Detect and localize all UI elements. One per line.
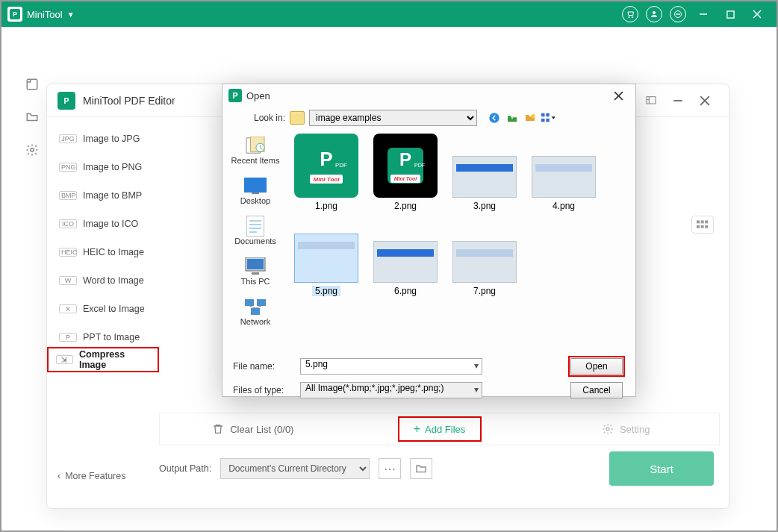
file-tile-2[interactable]: PPDFMini Tool2.png	[372, 134, 439, 211]
svg-point-7	[678, 14, 679, 15]
sidebar-item-label: Image to BMP	[83, 190, 142, 201]
svg-point-26	[606, 428, 609, 431]
file-tile-7[interactable]: 7.png	[451, 219, 518, 296]
view-mode-toggle[interactable]	[691, 216, 714, 234]
svg-rect-50	[251, 308, 260, 315]
cancel-button[interactable]: Cancel	[570, 382, 623, 398]
more-features-button[interactable]: ‹ More Features	[57, 471, 125, 481]
rail-settings-icon[interactable]	[24, 142, 40, 158]
svg-point-30	[531, 114, 535, 118]
editor-logo-icon: P	[57, 92, 75, 110]
cart-button[interactable]	[620, 4, 641, 25]
view-menu-icon[interactable]	[541, 111, 555, 125]
svg-rect-20	[697, 220, 700, 223]
open-button[interactable]: Open	[570, 358, 623, 375]
sidebar-item-image-to-ico[interactable]: ICOImage to ICO	[52, 210, 171, 238]
places-recent-items[interactable]: Recent Items	[222, 135, 288, 165]
folder-icon	[290, 111, 305, 125]
svg-point-14	[31, 148, 34, 152]
gear-icon	[602, 423, 614, 435]
new-folder-icon[interactable]	[523, 111, 537, 125]
clear-list-button[interactable]: Clear List (0/0)	[160, 413, 346, 445]
file-tile-6[interactable]: 6.png	[372, 219, 439, 296]
svg-text:Mini Tool: Mini Tool	[394, 176, 418, 181]
output-row: Output Path: Document's Current Director…	[159, 451, 714, 486]
maximize-button[interactable]	[717, 1, 744, 27]
file-tile-3[interactable]: 3.png	[451, 134, 518, 211]
look-in-row: Look in: image examples	[222, 107, 635, 129]
sidebar-item-word-to-image[interactable]: WWord to Image	[52, 266, 171, 295]
sidebar-item-label: HEIC to Image	[83, 247, 144, 257]
dialog-close-button[interactable]	[607, 84, 629, 107]
clear-list-label: Clear List (0/0)	[230, 424, 293, 435]
svg-rect-24	[701, 225, 704, 228]
file-tile-1[interactable]: PPDFMini Tool1.png	[293, 134, 360, 211]
sidebar-item-heic-to-image[interactable]: HEICHEIC to Image	[52, 238, 171, 266]
file-type-label: Files of type:	[233, 385, 293, 395]
places-this-pc[interactable]: This PC	[222, 256, 288, 286]
svg-rect-40	[246, 216, 264, 237]
svg-rect-31	[541, 113, 545, 117]
feedback-button[interactable]	[667, 4, 688, 25]
file-tile-5[interactable]: 5.png	[293, 219, 360, 296]
look-in-select[interactable]: image examples	[309, 110, 477, 126]
svg-rect-22	[705, 220, 708, 223]
sidebar-item-image-to-jpg[interactable]: JPGImage to JPG	[52, 125, 171, 153]
rail-folder-icon[interactable]	[24, 109, 40, 125]
places-documents[interactable]: Documents	[222, 216, 288, 245]
action-bar: Clear List (0/0) + Add Files Setting	[159, 413, 720, 445]
back-icon[interactable]	[488, 111, 501, 125]
app-name: MiniTool	[27, 9, 63, 20]
sidebar-item-label: PPT to Image	[83, 332, 140, 342]
svg-text:P: P	[64, 97, 69, 105]
file-name-input[interactable]: 5.png	[300, 358, 482, 375]
trash-icon	[212, 423, 224, 435]
dialog-places-sidebar: Recent Items Desktop Documents This PC N…	[222, 129, 288, 353]
file-tile-4[interactable]: 4.png	[530, 134, 597, 211]
sidebar-item-label: Word to Image	[83, 275, 144, 286]
chevron-left-icon: ‹	[57, 471, 60, 481]
up-one-level-icon[interactable]	[505, 111, 519, 125]
svg-point-29	[489, 113, 499, 122]
editor-close-button[interactable]	[691, 87, 718, 114]
setting-button[interactable]: Setting	[532, 413, 719, 445]
open-button-highlight: Open	[568, 356, 625, 377]
svg-point-8	[679, 14, 680, 15]
sidebar-item-excel-to-image[interactable]: XExcel to Image	[52, 295, 171, 323]
places-network[interactable]: Network	[222, 296, 288, 326]
more-features-label: More Features	[65, 471, 125, 481]
editor-extra-icon[interactable]	[638, 87, 665, 114]
sidebar-item-image-to-bmp[interactable]: BMPImage to BMP	[52, 181, 171, 210]
start-button[interactable]: Start	[609, 451, 714, 486]
sidebar-item-image-to-png[interactable]: PNGImage to PNG	[52, 153, 171, 181]
sidebar-list: JPGImage to JPG PNGImage to PNG BMPImage…	[52, 125, 171, 351]
svg-rect-33	[541, 119, 545, 122]
svg-line-51	[249, 306, 255, 308]
svg-rect-13	[27, 79, 37, 90]
dialog-bottom: File name: 5.png Open Files of type: All…	[222, 353, 635, 411]
dialog-titlebar: P Open	[222, 84, 635, 107]
start-label: Start	[650, 463, 673, 475]
more-options-button[interactable]: ⋯	[379, 458, 401, 479]
main-titlebar: P MiniTool ▼	[1, 1, 777, 27]
app-logo-icon: P	[7, 7, 22, 22]
add-files-button[interactable]: + Add Files	[398, 416, 482, 442]
account-button[interactable]	[644, 4, 665, 25]
close-button[interactable]	[744, 1, 771, 27]
editor-minimize-button[interactable]	[665, 87, 691, 114]
svg-point-4	[653, 11, 656, 14]
svg-text:PDF: PDF	[414, 163, 425, 168]
browse-folder-button[interactable]	[410, 458, 432, 479]
app-menu-chevron-icon[interactable]: ▼	[67, 10, 75, 19]
places-desktop[interactable]: Desktop	[222, 175, 288, 205]
svg-text:Mini Tool: Mini Tool	[314, 176, 340, 183]
look-in-label: Look in:	[233, 113, 285, 123]
sidebar-item-compress-image-highlight: ⇲Compress Image	[47, 347, 159, 372]
minimize-button[interactable]	[690, 1, 717, 27]
file-type-select[interactable]: All Image(*.bmp;*.jpg;*.jpeg;*.png;)	[300, 382, 482, 398]
svg-rect-49	[257, 299, 266, 306]
rail-tab-icon[interactable]	[24, 76, 40, 93]
sidebar-item-compress-image[interactable]: ⇲Compress Image	[49, 348, 158, 371]
output-path-select[interactable]: Document's Current Directory	[220, 458, 370, 479]
svg-line-52	[255, 306, 261, 308]
